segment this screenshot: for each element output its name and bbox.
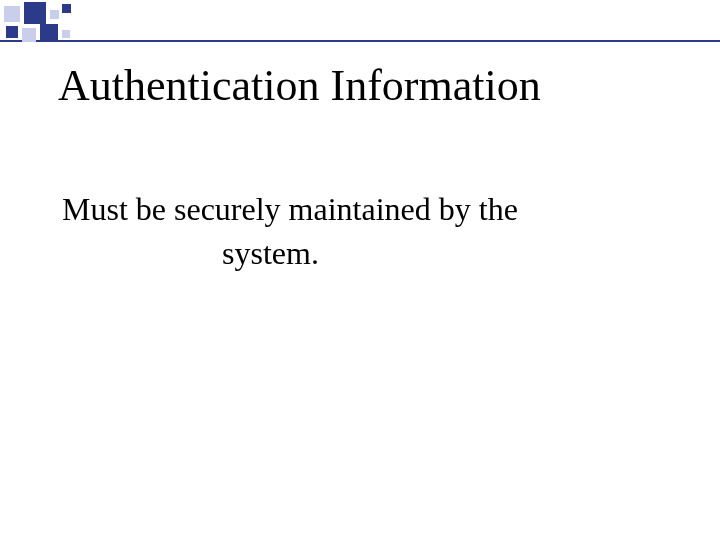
slide-body-line-1: Must be securely maintained by the — [62, 188, 680, 231]
slide-body-line-2: system. — [62, 232, 680, 275]
slide-title: Authentication Information — [58, 62, 680, 110]
slide-content: Authentication Information Must be secur… — [58, 62, 680, 275]
slide-body: Must be securely maintained by the syste… — [58, 188, 680, 274]
corner-decoration — [0, 0, 120, 50]
